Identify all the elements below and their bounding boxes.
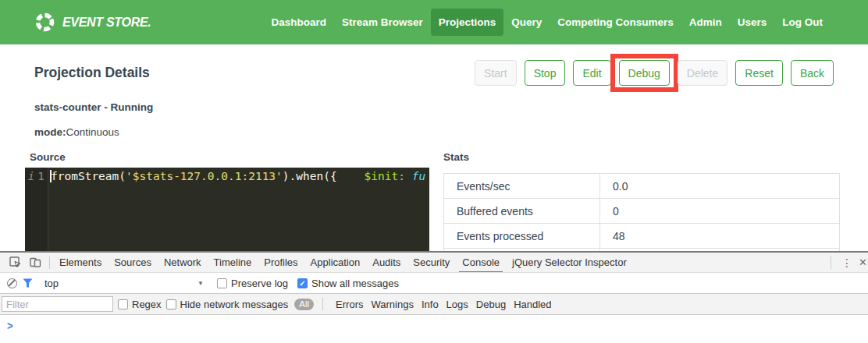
stat-value: 0.0 xyxy=(600,174,839,198)
delete-button[interactable]: Delete xyxy=(678,60,727,86)
devtools-tab-console[interactable]: Console xyxy=(457,253,505,273)
devtools-panel: ElementsSourcesNetworkTimelineProfilesAp… xyxy=(0,251,868,343)
filter-funnel-icon[interactable] xyxy=(23,278,33,288)
nav-item-projections[interactable]: Projections xyxy=(431,9,504,36)
preserve-log-group: Preserve log xyxy=(217,278,288,289)
nav-item-stream-browser[interactable]: Stream Browser xyxy=(334,9,431,36)
devtools-tab-application[interactable]: Application xyxy=(305,253,366,273)
inspect-element-icon[interactable] xyxy=(5,254,25,271)
projection-status: stats-counter - Running xyxy=(34,101,153,113)
regex-label[interactable]: Regex xyxy=(132,299,162,310)
devtools-tabs: ElementsSourcesNetworkTimelineProfilesAp… xyxy=(54,253,634,273)
tabbar-separator xyxy=(49,256,50,269)
show-all-messages-checkbox[interactable] xyxy=(297,278,308,288)
devtools-tab-network[interactable]: Network xyxy=(158,253,207,273)
level-filter-debug[interactable]: Debug xyxy=(476,299,506,310)
show-all-messages-label[interactable]: Show all messages xyxy=(311,278,399,289)
console-toolbar: top ▼ Preserve log Show all messages xyxy=(0,273,868,293)
edit-button[interactable]: Edit xyxy=(573,60,610,86)
preserve-log-label[interactable]: Preserve log xyxy=(231,278,288,289)
devtools-tab-security[interactable]: Security xyxy=(407,253,455,273)
tabbar-right-separator xyxy=(831,256,831,269)
nav-item-log-out[interactable]: Log Out xyxy=(774,9,831,36)
code-token-plain: fromStream( xyxy=(51,170,126,182)
code-token-plain: ).when({ xyxy=(283,170,337,182)
nav-item-competing-consumers[interactable]: Competing Consumers xyxy=(550,9,681,36)
stat-value: 48 xyxy=(600,224,839,248)
mode-label: mode: xyxy=(34,126,66,138)
top-navbar: EVENT STORE. DashboardStream BrowserProj… xyxy=(0,0,868,44)
mode-value: Continuous xyxy=(66,126,119,138)
devtools-tab-timeline[interactable]: Timeline xyxy=(208,253,258,273)
back-button[interactable]: Back xyxy=(791,60,834,86)
hide-network-checkbox[interactable] xyxy=(166,299,176,309)
gutter-info-marker: i xyxy=(28,168,35,251)
level-filter-warnings[interactable]: Warnings xyxy=(371,299,413,310)
eventstore-ring-icon xyxy=(34,12,55,33)
level-filter-handled[interactable]: Handled xyxy=(514,299,551,310)
level-filter-errors[interactable]: Errors xyxy=(336,299,363,310)
frame-context-select[interactable]: top ▼ xyxy=(44,278,204,289)
nav-item-users[interactable]: Users xyxy=(730,9,775,36)
stat-key: Buffered events xyxy=(444,199,600,223)
console-filterbar: Regex Hide network messages All ErrorsWa… xyxy=(0,293,868,315)
page-title: Projection Details xyxy=(34,65,150,81)
kebab-menu-icon[interactable]: ⋮ xyxy=(835,256,859,269)
close-icon[interactable]: ✕ xyxy=(859,256,868,268)
code-token-keyword: fu xyxy=(412,170,425,182)
stat-key: Events processed xyxy=(444,224,600,248)
source-code-editor[interactable]: i 1 fromStream('$stats-127.0.0.1:2113').… xyxy=(25,168,429,251)
action-buttons: StartStopEditDebugDeleteResetBack xyxy=(475,60,834,86)
main-content: Projection Details StartStopEditDebugDel… xyxy=(0,44,868,251)
filter-separator xyxy=(322,298,323,310)
show-all-messages-group: Show all messages xyxy=(297,278,399,289)
brand-text: EVENT STORE. xyxy=(62,16,151,30)
preserve-log-checkbox[interactable] xyxy=(217,278,227,288)
stats-section-label: Stats xyxy=(443,151,469,163)
stat-key: Events/sec xyxy=(444,174,600,198)
devtools-tab-elements[interactable]: Elements xyxy=(54,253,107,273)
devtools-tab-jquery-selector-inspector[interactable]: jQuery Selector Inspector xyxy=(507,253,632,273)
reset-button[interactable]: Reset xyxy=(735,60,783,86)
level-filter-info[interactable]: Info xyxy=(422,299,439,310)
hide-network-label[interactable]: Hide network messages xyxy=(180,299,289,310)
tabbar-right-controls: ⋮ ✕ xyxy=(827,256,868,269)
stats-table: Events/sec0.0Buffered events0Events proc… xyxy=(443,173,840,251)
eventstore-logo[interactable]: EVENT STORE. xyxy=(34,12,151,33)
chevron-down-icon: ▼ xyxy=(197,280,204,287)
regex-checkbox[interactable] xyxy=(118,299,128,309)
device-toolbar-icon[interactable] xyxy=(25,254,45,271)
code-token-plain xyxy=(337,170,365,182)
hide-network-group: Hide network messages xyxy=(166,299,289,310)
regex-group: Regex xyxy=(118,299,162,310)
nav-item-query[interactable]: Query xyxy=(503,9,550,36)
nav-item-admin[interactable]: Admin xyxy=(681,9,730,36)
devtools-tab-profiles[interactable]: Profiles xyxy=(258,253,303,273)
devtools-tab-audits[interactable]: Audits xyxy=(367,253,406,273)
frame-context-value: top xyxy=(44,278,59,289)
nav-items: DashboardStream BrowserProjectionsQueryC… xyxy=(264,9,831,36)
start-button[interactable]: Start xyxy=(475,60,517,86)
clear-console-icon[interactable] xyxy=(7,278,17,288)
code-token-plain xyxy=(405,170,412,182)
devtools-tabbar: ElementsSourcesNetworkTimelineProfilesAp… xyxy=(0,253,868,273)
prompt-chevron-icon: > xyxy=(7,320,13,343)
filter-input[interactable] xyxy=(2,296,113,312)
console-prompt[interactable]: > xyxy=(0,315,868,342)
code-token-atom: $init: xyxy=(365,170,405,182)
stop-button[interactable]: Stop xyxy=(525,60,566,86)
stat-value: 0 xyxy=(600,199,839,223)
line-number: 1 xyxy=(37,168,44,251)
code-line: fromStream('$stats-127.0.0.1:2113').when… xyxy=(48,168,425,251)
nav-item-dashboard[interactable]: Dashboard xyxy=(264,9,335,36)
table-row: Events/sec0.0 xyxy=(444,174,839,199)
filter-levels: ErrorsWarningsInfoLogsDebugHandled xyxy=(332,299,555,310)
level-filter-logs[interactable]: Logs xyxy=(446,299,468,310)
table-row: Events processed48 xyxy=(444,224,839,249)
devtools-tab-sources[interactable]: Sources xyxy=(108,253,157,273)
code-token-string: '$stats-127.0.0.1:2113' xyxy=(126,170,283,182)
filter-all-badge[interactable]: All xyxy=(294,299,314,310)
table-row: Buffered events0 xyxy=(444,199,839,224)
debug-highlight-box: Debug xyxy=(610,54,678,92)
debug-button[interactable]: Debug xyxy=(619,60,670,86)
